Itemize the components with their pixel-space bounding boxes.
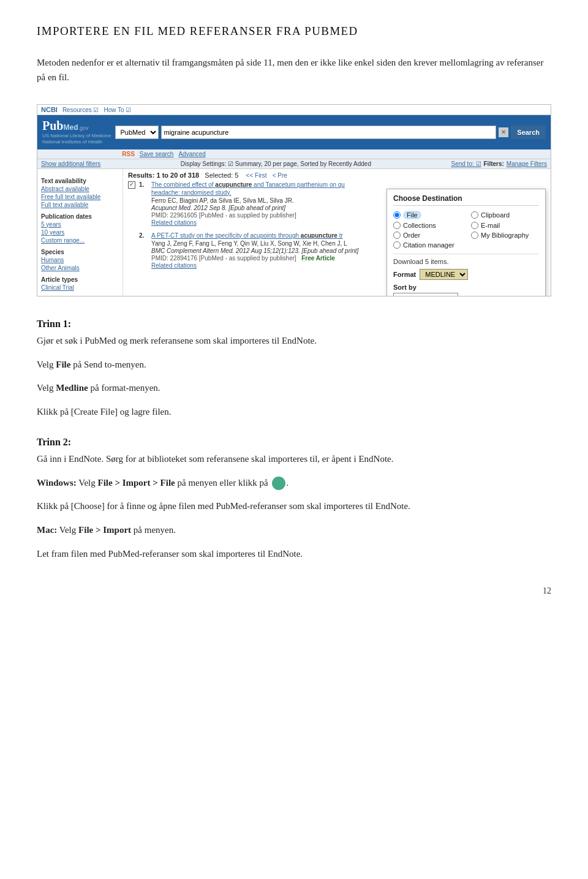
file-import-mac-bold: File > Import: [78, 525, 131, 535]
ncbi-resources[interactable]: Resources ☑: [62, 107, 99, 113]
file-radio[interactable]: [393, 211, 401, 219]
popup-divider: [393, 254, 539, 254]
popup-title: Choose Destination: [393, 194, 539, 206]
mac-let-text: Let fram filen med PubMed-referanser som…: [37, 546, 551, 562]
step1-heading: Trinn 1:: [37, 319, 551, 330]
file-bold: File: [56, 360, 70, 369]
search-input[interactable]: [161, 126, 497, 139]
page-number: 12: [37, 586, 551, 596]
pubmed-logo: PubMed.gov US National Library of Medici…: [42, 119, 111, 146]
format-select[interactable]: MEDLINE: [420, 269, 468, 280]
humans-link[interactable]: Humans: [41, 257, 119, 263]
selected-count: Selected: 5: [205, 172, 238, 179]
popup-option-mybibliography[interactable]: My Bibliography: [471, 232, 539, 239]
result-1-num: 1.: [139, 181, 148, 226]
popup-option-clipboard[interactable]: Clipboard: [471, 211, 539, 219]
rss-bar: RSS Save search Advanced: [37, 149, 551, 159]
full-text-link[interactable]: Full text available: [41, 202, 119, 208]
endnote-icon: [272, 477, 285, 490]
free-full-link[interactable]: Free full text available: [41, 194, 119, 200]
windows-choose-text: Klikk på [Choose] for å finne og åpne fi…: [37, 499, 551, 514]
results-topbar: Results: 1 to 20 of 318 Selected: 5 << F…: [128, 172, 546, 179]
clipboard-radio[interactable]: [471, 211, 478, 219]
result-1-related-link[interactable]: Related citations: [151, 219, 197, 226]
intro-paragraph: Metoden nedenfor er et alternativ til fr…: [37, 55, 551, 85]
pubmed-results: Results: 1 to 20 of 318 Selected: 5 << F…: [123, 169, 551, 296]
file-import-bold: File > Import > File: [97, 478, 175, 488]
med-text: Med: [63, 123, 78, 132]
popup-options: File Clipboard Collections: [393, 211, 539, 249]
popup-option-email[interactable]: E-mail: [471, 222, 539, 229]
text-availability-heading: Text availability: [41, 178, 119, 184]
abstract-link[interactable]: Abstract available: [41, 186, 119, 192]
popup-option-collections[interactable]: Collections: [393, 222, 461, 229]
display-settings: Display Settings: ☑ Summary, 20 per page…: [181, 160, 371, 167]
clipboard-label: Clipboard: [481, 211, 510, 219]
gov-text: .gov: [78, 125, 88, 131]
rss-link[interactable]: RSS: [122, 151, 135, 157]
email-label: E-mail: [481, 222, 500, 229]
sortby-select-row: Recently Added: [393, 293, 539, 296]
popup-option-order[interactable]: Order: [393, 232, 461, 239]
order-radio[interactable]: [393, 232, 401, 239]
search-button[interactable]: Search: [511, 126, 546, 139]
email-radio[interactable]: [471, 222, 478, 229]
result-2-related-link[interactable]: Related citations: [151, 262, 197, 269]
citation-radio[interactable]: [393, 241, 401, 249]
sortby-label: Sort by: [393, 284, 539, 291]
windows-label: Windows:: [37, 478, 77, 488]
show-filters-link[interactable]: Show additional filters: [41, 160, 100, 167]
manage-filters-link[interactable]: Manage Filters: [507, 160, 547, 167]
pub-text: Pub: [42, 119, 63, 132]
db-select[interactable]: PubMed: [115, 126, 159, 139]
save-search-link[interactable]: Save search: [140, 151, 174, 157]
file-label: File: [403, 211, 421, 219]
popup-option-file[interactable]: File: [393, 211, 461, 219]
title-text: Importere en fil med referanser fra PubM…: [37, 25, 358, 37]
nav-prev[interactable]: < Pre: [273, 172, 287, 179]
result-1-checkbox[interactable]: [128, 181, 135, 189]
pubmed-header: PubMed.gov US National Library of Medici…: [37, 115, 551, 149]
5years-link[interactable]: 5 years: [41, 221, 119, 228]
send-to-link[interactable]: Send to: ☑: [451, 160, 481, 167]
results-count-area: Results: 1 to 20 of 318 Selected: 5 << F…: [128, 172, 287, 179]
step1-text: Gjør et søk i PubMed og merk referansene…: [37, 333, 551, 349]
ncbi-subtext1: US National Library of Medicine: [42, 133, 111, 139]
custom-range-link[interactable]: Custom range...: [41, 237, 119, 244]
collections-radio[interactable]: [393, 222, 401, 229]
popup-format-row: Format MEDLINE: [393, 269, 539, 280]
sortby-select[interactable]: Recently Added: [393, 293, 458, 296]
mac-label: Mac:: [37, 525, 57, 535]
ncbi-howto[interactable]: How To ☑: [104, 107, 131, 113]
free-article-badge: Free Article: [301, 255, 335, 262]
ncbi-subtext2: National Institutes of Health: [42, 139, 111, 145]
mybibliography-radio[interactable]: [471, 232, 478, 239]
mybibliography-label: My Bibliography: [481, 232, 529, 239]
result-2-num: 2.: [139, 232, 148, 269]
ncbi-topbar: NCBI Resources ☑ How To ☑: [37, 105, 551, 115]
result-2-checkbox-area: [128, 232, 135, 269]
citation-label: Citation manager: [403, 241, 454, 249]
filters-bar: Show additional filters Display Settings…: [37, 159, 551, 169]
choose-destination-popup: Choose Destination File Clipboard: [386, 189, 546, 296]
clear-button[interactable]: ✕: [499, 127, 508, 137]
other-animals-link[interactable]: Other Animals: [41, 265, 119, 271]
popup-option-citation[interactable]: Citation manager: [393, 241, 461, 249]
pubmed-search-area: PubMed ✕ Search: [115, 126, 546, 139]
step1c-text: Velg Medline på format-menyen.: [37, 380, 551, 396]
windows-text: Windows: Velg File > Import > File på me…: [37, 475, 551, 491]
step2-section: Trinn 2: Gå inn i EndNote. Sørg for at b…: [37, 437, 551, 562]
result-1-title[interactable]: The combined effect of acupuncture and T…: [151, 181, 546, 188]
step1-section: Trinn 1: Gjør et søk i PubMed og merk re…: [37, 319, 551, 420]
step2-text: Gå inn i EndNote. Sørg for at biblioteke…: [37, 451, 551, 467]
step2-heading: Trinn 2:: [37, 437, 551, 448]
step1b-text: Velg File på Send to-menyen.: [37, 357, 551, 372]
clinical-trial-link[interactable]: Clinical Trial: [41, 284, 119, 291]
format-label: Format: [393, 271, 416, 278]
10years-link[interactable]: 10 years: [41, 229, 119, 236]
pubmed-sidebar: Text availability Abstract available Fre…: [37, 169, 123, 296]
collections-label: Collections: [403, 222, 436, 229]
advanced-link[interactable]: Advanced: [178, 151, 205, 157]
ncbi-logo: NCBI: [41, 106, 58, 113]
nav-first[interactable]: << First: [246, 172, 267, 179]
